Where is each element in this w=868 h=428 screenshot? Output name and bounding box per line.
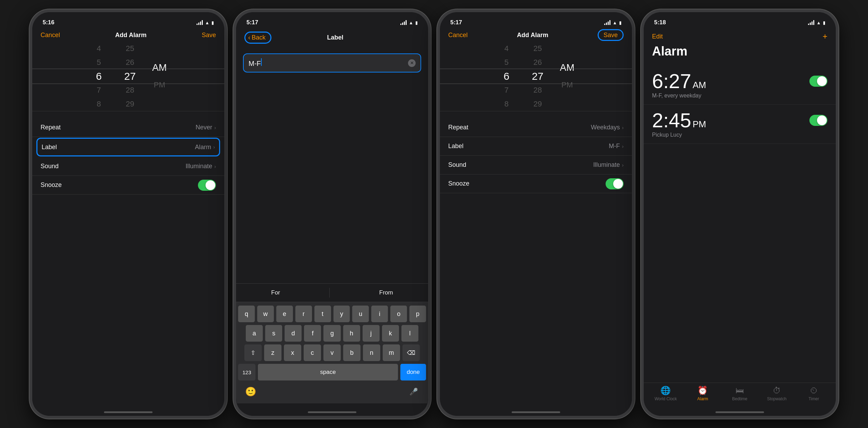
done-key[interactable]: done — [400, 364, 426, 380]
edit-button-4[interactable]: Edit — [652, 33, 663, 40]
label-input-container-2[interactable]: M-F ✕ — [243, 53, 421, 72]
key-b[interactable]: b — [343, 344, 361, 361]
p3-min-25: 25 — [522, 42, 553, 55]
key-123[interactable]: 123 — [238, 364, 255, 380]
alarm-toggle-1[interactable] — [809, 76, 827, 87]
key-e[interactable]: e — [276, 306, 293, 322]
tab-stopwatch[interactable]: ⏱ Stopwatch — [758, 386, 795, 401]
key-s[interactable]: s — [265, 325, 282, 342]
key-x[interactable]: x — [284, 344, 301, 361]
sound-label-1: Sound — [41, 163, 59, 170]
home-bar-1 — [104, 411, 153, 413]
mic-key[interactable]: 🎤 — [405, 383, 422, 400]
key-h[interactable]: h — [343, 325, 360, 342]
p3-min-27: 27 — [522, 69, 553, 83]
predictive-from-2[interactable]: From — [372, 287, 400, 298]
key-r[interactable]: r — [295, 306, 312, 322]
snooze-toggle-1[interactable] — [198, 180, 216, 191]
alarm-toggle-knob-2 — [817, 115, 827, 125]
key-n[interactable]: n — [363, 344, 380, 361]
back-button-2[interactable]: ‹ Back — [244, 32, 271, 44]
key-w[interactable]: w — [257, 306, 274, 322]
key-c[interactable]: c — [304, 344, 321, 361]
key-y[interactable]: y — [333, 306, 350, 322]
predictive-bar-2: For From — [236, 283, 428, 302]
keyboard-bottom-row: 123 space done — [238, 364, 426, 380]
time-picker-1[interactable]: 3 4 5 6 7 8 9 24 25 26 27 28 29 30 — [32, 42, 224, 111]
hour-picker-3[interactable]: 3 4 5 6 7 8 9 — [491, 42, 522, 111]
add-alarm-button-4[interactable]: + — [823, 32, 827, 41]
p3-hour-8: 8 — [491, 97, 522, 111]
key-q[interactable]: q — [238, 306, 255, 322]
key-z[interactable]: z — [264, 344, 281, 361]
p3-min-29: 29 — [522, 97, 553, 111]
key-d[interactable]: d — [285, 325, 302, 342]
battery-icon-3: ▮ — [619, 20, 622, 25]
label-row-1[interactable]: Label Alarm › — [36, 138, 220, 156]
p3-min-28: 28 — [522, 83, 553, 97]
ampm-picker-3[interactable]: AM PM — [553, 55, 581, 97]
emoji-key[interactable]: 🙂 — [242, 383, 259, 400]
alarm-item-1[interactable]: 6:27 AM M-F, every weekday — [644, 66, 836, 105]
world-clock-icon: 🌐 — [660, 386, 671, 395]
cancel-button-1[interactable]: Cancel — [41, 32, 60, 39]
hour-picker-1[interactable]: 3 4 5 6 7 8 9 — [83, 42, 114, 111]
label-input-text-2: M-F — [249, 58, 408, 68]
repeat-chevron-3: › — [622, 125, 624, 130]
status-icons-2: ▲ ▮ — [400, 20, 418, 25]
alarm-item-2[interactable]: 2:45 PM Pickup Lucy — [644, 105, 836, 144]
key-t[interactable]: t — [314, 306, 331, 322]
tab-bedtime[interactable]: 🛏 Bedtime — [721, 386, 758, 401]
space-key[interactable]: space — [258, 364, 398, 380]
snooze-toggle-3[interactable] — [606, 178, 624, 189]
predictive-for-2[interactable]: For — [264, 287, 287, 298]
label-row-3[interactable]: Label M-F › — [440, 137, 632, 156]
key-p[interactable]: p — [409, 306, 426, 322]
sound-row-3[interactable]: Sound Illuminate › — [440, 156, 632, 174]
alarm-time-display-2: 2:45 PM — [652, 110, 706, 130]
key-u[interactable]: u — [352, 306, 369, 322]
snooze-row-1[interactable]: Snooze — [32, 176, 224, 195]
key-a[interactable]: a — [246, 325, 263, 342]
repeat-row-1[interactable]: Repeat Never › — [32, 118, 224, 137]
signal-icon-3 — [604, 20, 610, 25]
delete-key[interactable]: ⌫ — [402, 344, 420, 361]
alarm-list-4: 6:27 AM M-F, every weekday 2:45 — [644, 62, 836, 383]
label-value-3: M-F › — [609, 143, 624, 150]
key-g[interactable]: g — [323, 325, 340, 342]
key-f[interactable]: f — [304, 325, 321, 342]
key-l[interactable]: l — [401, 325, 418, 342]
save-highlight-3: Save — [598, 29, 624, 41]
save-button-1[interactable]: Save — [202, 32, 216, 39]
cancel-button-3[interactable]: Cancel — [448, 32, 468, 39]
tab-world-clock[interactable]: 🌐 World Clock — [647, 386, 684, 401]
key-o[interactable]: o — [390, 306, 407, 322]
tab-alarm[interactable]: ⏰ Alarm — [684, 386, 721, 401]
tab-timer[interactable]: ⏲ Timer — [795, 386, 832, 401]
shift-key[interactable]: ⇧ — [244, 344, 262, 361]
keyboard-row-3: ⇧ z x c v b n m ⌫ — [238, 344, 426, 361]
minute-picker-1[interactable]: 24 25 26 27 28 29 30 — [114, 42, 146, 111]
label-clear-btn-2[interactable]: ✕ — [408, 59, 416, 67]
key-j[interactable]: j — [363, 325, 380, 342]
key-v[interactable]: v — [323, 344, 341, 361]
page-title-4: Alarm — [652, 44, 827, 59]
ampm-picker-1[interactable]: AM PM — [146, 55, 173, 97]
label-empty-area — [236, 79, 428, 283]
save-button-3[interactable]: Save — [598, 32, 624, 39]
p3-am: AM — [560, 59, 574, 76]
key-i[interactable]: i — [371, 306, 388, 322]
key-m[interactable]: m — [383, 344, 400, 361]
repeat-row-3[interactable]: Repeat Weekdays › — [440, 118, 632, 137]
repeat-label-3: Repeat — [448, 124, 468, 131]
tab-bar-4: 🌐 World Clock ⏰ Alarm 🛏 Bedtime ⏱ Stopwa… — [644, 383, 836, 403]
key-k[interactable]: k — [382, 325, 399, 342]
minute-picker-3[interactable]: 24 25 26 27 28 29 30 — [522, 42, 553, 111]
nav-bar-1: Cancel Add Alarm Save — [32, 30, 224, 42]
alarm-toggle-2[interactable] — [809, 115, 827, 126]
wifi-icon-4: ▲ — [816, 20, 821, 25]
sound-row-1[interactable]: Sound Illuminate › — [32, 157, 224, 176]
snooze-row-3[interactable]: Snooze — [440, 174, 632, 193]
time-picker-3[interactable]: 3 4 5 6 7 8 9 24 25 26 27 28 29 30 — [440, 42, 632, 111]
repeat-value-1: Never › — [196, 124, 216, 131]
